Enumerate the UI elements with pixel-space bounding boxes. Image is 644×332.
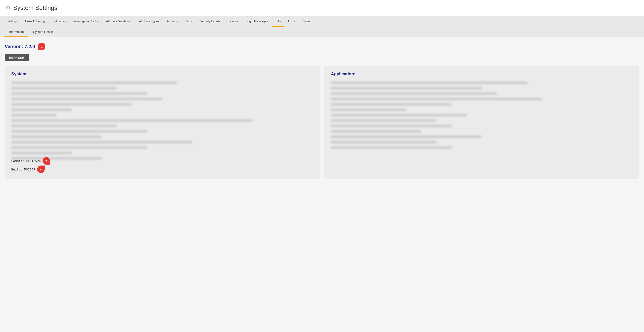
page-header: ⚙ System Settings (0, 0, 644, 16)
top-nav-item-e-mail-scoring[interactable]: E-mail Scoring (22, 16, 49, 27)
blurred-line (11, 146, 147, 149)
blurred-line (331, 97, 542, 100)
blurred-line (331, 92, 497, 95)
blurred-line (331, 135, 482, 138)
top-nav-item-license[interactable]: License (224, 16, 242, 27)
sub-nav-item-system-health[interactable]: System Health (28, 27, 58, 37)
top-nav-item-attribute-types[interactable]: Attribute Types (135, 16, 163, 27)
top-nav: SettingsE-mail ScoringIndicatorsInvestig… (0, 16, 644, 27)
application-card: Application: (324, 66, 639, 179)
blurred-line (331, 141, 436, 144)
blurred-line (11, 141, 192, 144)
commit-text: Commit: eb312526 (11, 159, 41, 163)
top-nav-item-logs[interactable]: Logs (284, 16, 298, 27)
cards-row: System: Commit: eb312526 b Build: M0726R… (5, 66, 639, 179)
blurred-line (331, 114, 467, 117)
application-card-title: Application: (331, 72, 633, 76)
blurred-line (331, 130, 422, 133)
system-card-title: System: (11, 72, 313, 76)
main-content: Version: 7.2.0 a REFRESH System: Commit:… (0, 37, 644, 332)
blurred-line (11, 130, 147, 133)
blurred-line (331, 124, 452, 127)
top-nav-item-info[interactable]: Info (272, 16, 284, 27)
blurred-line (11, 92, 147, 95)
refresh-button[interactable]: REFRESH (5, 54, 29, 61)
blurred-line (331, 119, 436, 122)
top-nav-item-styling[interactable]: Styling (298, 16, 315, 27)
top-nav-item-tags[interactable]: Tags (182, 16, 195, 27)
badge-a: a (38, 43, 45, 50)
top-nav-item-login-messages[interactable]: Login Messages (242, 16, 272, 27)
top-nav-item-artifacts[interactable]: Artifacts (163, 16, 182, 27)
system-blurred-content (11, 81, 313, 160)
version-row: Version: 7.2.0 a (5, 43, 639, 50)
blurred-line (11, 108, 72, 111)
blurred-line (331, 81, 527, 84)
system-card-footer: Commit: eb312526 b Build: M0726R c (11, 157, 50, 173)
top-nav-item-investigation-links[interactable]: Investigation Links (70, 16, 102, 27)
blurred-line (11, 97, 162, 100)
blurred-line (11, 87, 117, 90)
blurred-line (11, 119, 253, 122)
top-nav-item-indicators[interactable]: Indicators (49, 16, 70, 27)
build-line: Build: M0726R c (11, 166, 50, 173)
blurred-line (11, 124, 117, 127)
blurred-line (331, 103, 452, 106)
blurred-line (331, 108, 406, 111)
sub-nav-item-information[interactable]: Information (4, 27, 28, 37)
blurred-line (11, 135, 102, 138)
blurred-line (331, 87, 482, 90)
build-text: Build: M0726R (11, 168, 35, 171)
badge-c: c (37, 166, 45, 173)
top-nav-item-attribute-validation[interactable]: Attribute Validation (102, 16, 135, 27)
system-card: System: Commit: eb312526 b Build: M0726R… (5, 66, 320, 179)
blurred-line (11, 114, 57, 117)
page-title: System Settings (13, 4, 57, 11)
top-nav-item-settings[interactable]: Settings (3, 16, 22, 27)
version-text: Version: 7.2.0 (5, 44, 35, 49)
top-nav-item-security-labels[interactable]: Security Labels (196, 16, 224, 27)
application-blurred-content (331, 81, 633, 149)
gear-icon: ⚙ (6, 5, 10, 11)
blurred-line (331, 146, 452, 149)
blurred-line (11, 151, 72, 154)
commit-line: Commit: eb312526 b (11, 157, 50, 165)
badge-b: b (42, 157, 50, 165)
blurred-line (11, 103, 132, 106)
blurred-line (11, 81, 177, 84)
sub-nav: InformationSystem Health (0, 27, 644, 37)
